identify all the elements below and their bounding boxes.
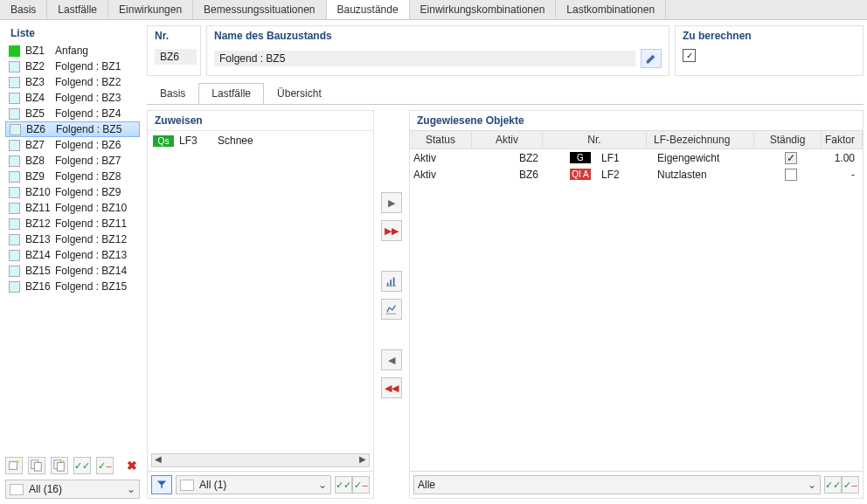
delete-button[interactable]: ✖: [124, 458, 140, 473]
chevron-down-icon: ⌄: [808, 479, 816, 491]
assigned-checkall-button[interactable]: ✓✓: [824, 476, 842, 494]
perm-checkbox[interactable]: [785, 169, 797, 181]
nr-label: Nr.: [148, 26, 200, 45]
transfer-buttons: ▶ ▶▶ ◀ ◀◀: [378, 110, 406, 499]
table-row[interactable]: AktivBZ2GLF1Eigengewicht✓1.00: [410, 149, 863, 166]
list-item-bz: BZ16: [25, 280, 55, 293]
main-tabs: BasisLastfälleEinwirkungenBemessungssitu…: [0, 0, 867, 20]
main-tab-0[interactable]: Basis: [0, 0, 47, 19]
list-item[interactable]: BZ15Folgend : BZ14: [5, 263, 140, 279]
list-item[interactable]: BZ6Folgend : BZ5: [5, 121, 140, 137]
list-item[interactable]: BZ5Folgend : BZ4: [5, 106, 140, 121]
sub-tab-0[interactable]: Basis: [147, 83, 198, 104]
assign-row[interactable]: QsLF3Schnee: [148, 133, 373, 148]
list-item[interactable]: BZ8Folgend : BZ7: [5, 153, 140, 169]
status-swatch: [10, 124, 21, 135]
assign-uncheckall-button[interactable]: ✓–: [352, 476, 370, 494]
assigned-title: Zugewiesene Objekte: [410, 111, 863, 130]
list-item-bz: BZ14: [25, 249, 55, 261]
status-swatch: [9, 281, 20, 293]
list-item[interactable]: BZ9Folgend : BZ8: [5, 169, 140, 184]
new-button[interactable]: [5, 457, 23, 474]
uncheckall-button[interactable]: ✓–: [96, 457, 114, 474]
move-all-left-button[interactable]: ◀◀: [381, 377, 402, 398]
list-item-bz: BZ4: [25, 92, 55, 104]
list-item[interactable]: BZ13Folgend : BZ12: [5, 231, 140, 247]
tool2-button[interactable]: [381, 299, 402, 320]
sub-tab-1[interactable]: Lastfälle: [198, 83, 264, 104]
list-item[interactable]: BZ3Folgend : BZ2: [5, 74, 140, 90]
list-item[interactable]: BZ1Anfang: [5, 43, 140, 59]
perm-checkbox[interactable]: ✓: [785, 152, 797, 164]
list-item-label: Folgend : BZ1: [55, 60, 121, 72]
col-header[interactable]: Nr.: [543, 131, 647, 148]
assign-filter-label: All (1): [199, 479, 226, 491]
list-item-label: Folgend : BZ14: [55, 265, 127, 277]
col-header[interactable]: Faktor: [822, 131, 863, 148]
main-tab-6[interactable]: Lastkombinationen: [556, 0, 666, 19]
main-tab-1[interactable]: Lastfälle: [47, 0, 108, 19]
list-item[interactable]: BZ11Folgend : BZ10: [5, 200, 140, 216]
list-item-label: Folgend : BZ4: [55, 107, 121, 120]
list-item-label: Folgend : BZ9: [55, 186, 121, 198]
assign-list[interactable]: QsLF3Schnee: [148, 130, 373, 453]
list-item-label: Folgend : BZ3: [55, 92, 121, 104]
svg-marker-8: [157, 481, 167, 489]
list-item[interactable]: BZ4Folgend : BZ3: [5, 90, 140, 106]
assign-filter-dropdown[interactable]: All (1) ⌄: [176, 475, 331, 494]
main-tab-5[interactable]: Einwirkungskombinationen: [410, 0, 557, 19]
liste-list[interactable]: BZ1AnfangBZ2Folgend : BZ1BZ3Folgend : BZ…: [5, 43, 140, 452]
main-tab-3[interactable]: Bemessungssituationen: [193, 0, 326, 19]
col-header[interactable]: Aktiv: [472, 131, 543, 148]
checkall-button[interactable]: ✓✓: [73, 457, 91, 474]
move-all-right-button[interactable]: ▶▶: [381, 220, 402, 241]
list-item-bz: BZ2: [25, 60, 55, 72]
assign-checkall-button[interactable]: ✓✓: [335, 476, 352, 494]
status-swatch: [9, 266, 20, 277]
move-left-button[interactable]: ◀: [381, 349, 402, 370]
tag-badge: Qs: [153, 135, 174, 147]
svg-marker-6: [63, 459, 66, 463]
tag-badge: G: [570, 152, 591, 163]
status-swatch: [9, 93, 20, 104]
assign-scrollbar[interactable]: ◀▶: [151, 453, 370, 467]
col-header[interactable]: LF-Bezeichnung: [647, 131, 754, 148]
list-item[interactable]: BZ10Folgend : BZ9: [5, 184, 140, 200]
assigned-filter-dropdown[interactable]: Alle ⌄: [413, 475, 821, 494]
status-swatch: [9, 171, 20, 183]
assigned-body[interactable]: AktivBZ2GLF1Eigengewicht✓1.00AktivBZ6QI …: [410, 149, 863, 183]
status-swatch: [9, 45, 20, 57]
status-swatch: [9, 187, 20, 198]
list-item[interactable]: BZ7Folgend : BZ6: [5, 137, 140, 153]
tool1-button[interactable]: [381, 271, 402, 292]
name-label: Name des Bauzustands: [207, 26, 669, 45]
list-item-label: Folgend : BZ6: [55, 139, 121, 151]
liste-filter-dropdown[interactable]: All (16) ⌄: [5, 480, 140, 499]
move-right-button[interactable]: ▶: [381, 192, 402, 213]
table-row[interactable]: AktivBZ6QI ALF2Nutzlasten-: [410, 166, 863, 183]
liste-filter-label: All (16): [29, 483, 62, 495]
main-tab-2[interactable]: Einwirkungen: [108, 0, 193, 19]
main-tab-4[interactable]: Bauzustände: [327, 0, 410, 19]
list-item-label: Anfang: [55, 45, 88, 57]
copy2-button[interactable]: [51, 457, 68, 474]
col-header[interactable]: Ständig: [754, 131, 822, 148]
sub-tab-2[interactable]: Übersicht: [264, 83, 335, 104]
calc-checkbox[interactable]: ✓: [683, 49, 696, 62]
assigned-header: StatusAktivNr.LF-BezeichnungStändigFakto…: [410, 130, 863, 149]
status-swatch: [9, 155, 20, 167]
list-item[interactable]: BZ14Folgend : BZ13: [5, 247, 140, 263]
copy-button[interactable]: [28, 457, 45, 474]
edit-name-button[interactable]: [641, 49, 662, 68]
list-item[interactable]: BZ12Folgend : BZ11: [5, 216, 140, 231]
svg-rect-5: [57, 463, 64, 472]
list-item-bz: BZ3: [25, 76, 55, 88]
list-item-bz: BZ11: [25, 202, 55, 214]
col-header[interactable]: Status: [410, 131, 472, 148]
list-item[interactable]: BZ2Folgend : BZ1: [5, 59, 140, 74]
assign-filter-button[interactable]: [151, 475, 172, 494]
list-item-label: Folgend : BZ10: [55, 202, 127, 214]
assigned-uncheckall-button[interactable]: ✓–: [842, 476, 859, 494]
list-item[interactable]: BZ16Folgend : BZ15: [5, 279, 140, 294]
svg-rect-11: [393, 278, 395, 287]
